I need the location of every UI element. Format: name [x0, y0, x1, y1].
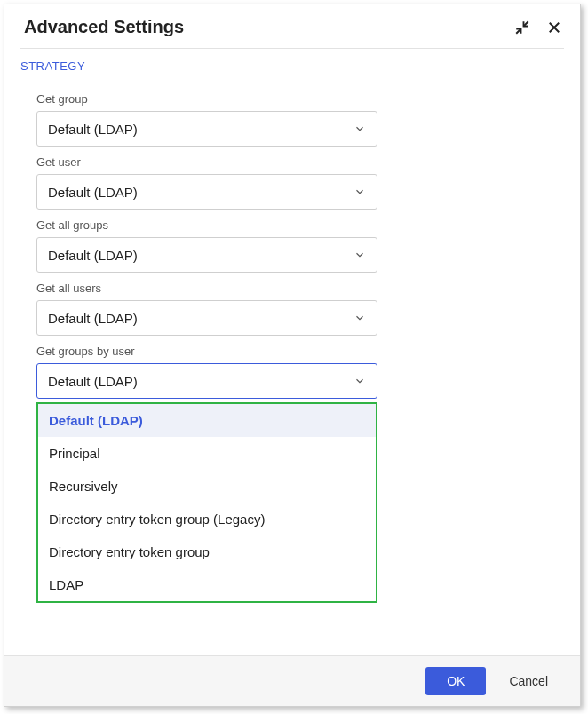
dropdown-option[interactable]: Recursively [38, 470, 376, 503]
dropdown-option[interactable]: Directory entry token group [38, 536, 376, 568]
dialog-title: Advanced Settings [24, 17, 184, 37]
select-value: Default (LDAP) [48, 122, 138, 137]
dialog-header: Advanced Settings [4, 4, 580, 48]
advanced-settings-dialog: Advanced Settings STRATEGY Get group [4, 4, 581, 707]
cancel-button[interactable]: Cancel [495, 667, 562, 695]
dialog-content: Get group Default (LDAP) Get user Defaul… [4, 78, 580, 655]
chevron-down-icon [354, 186, 366, 198]
field-get-all-groups: Get all groups Default (LDAP) [36, 218, 564, 273]
field-get-group: Get group Default (LDAP) [36, 92, 564, 147]
select-get-user[interactable]: Default (LDAP) [36, 174, 377, 210]
field-label: Get group [36, 92, 564, 106]
minimize-icon[interactable] [514, 20, 530, 36]
dropdown-option[interactable]: Default (LDAP) [38, 404, 376, 437]
field-get-groups-by-user: Get groups by user Default (LDAP) Defaul… [36, 345, 564, 399]
select-value: Default (LDAP) [48, 248, 138, 263]
select-get-all-users[interactable]: Default (LDAP) [36, 300, 377, 336]
dropdown-option[interactable]: Directory entry token group (Legacy) [38, 503, 376, 536]
dropdown-option[interactable]: LDAP [38, 568, 376, 601]
section-title: STRATEGY [4, 49, 580, 78]
chevron-down-icon [354, 249, 366, 261]
chevron-down-icon [354, 312, 366, 324]
select-value: Default (LDAP) [48, 374, 138, 389]
chevron-down-icon [354, 123, 366, 135]
dropdown-list: Default (LDAP) Principal Recursively Dir… [36, 402, 377, 603]
select-value: Default (LDAP) [48, 311, 138, 326]
field-label: Get user [36, 155, 564, 169]
field-label: Get groups by user [36, 345, 564, 358]
field-label: Get all groups [36, 218, 564, 232]
field-get-all-users: Get all users Default (LDAP) [36, 282, 564, 336]
dialog-footer: OK Cancel [4, 655, 580, 706]
select-value: Default (LDAP) [48, 185, 138, 200]
header-icons [514, 20, 562, 36]
close-icon[interactable] [546, 20, 562, 36]
select-get-groups-by-user[interactable]: Default (LDAP) [36, 363, 377, 399]
select-get-all-groups[interactable]: Default (LDAP) [36, 237, 377, 273]
chevron-down-icon [354, 375, 366, 387]
field-label: Get all users [36, 282, 564, 295]
select-get-group[interactable]: Default (LDAP) [36, 111, 377, 147]
dropdown-option[interactable]: Principal [38, 437, 376, 470]
field-get-user: Get user Default (LDAP) [36, 155, 564, 210]
ok-button[interactable]: OK [425, 667, 486, 695]
